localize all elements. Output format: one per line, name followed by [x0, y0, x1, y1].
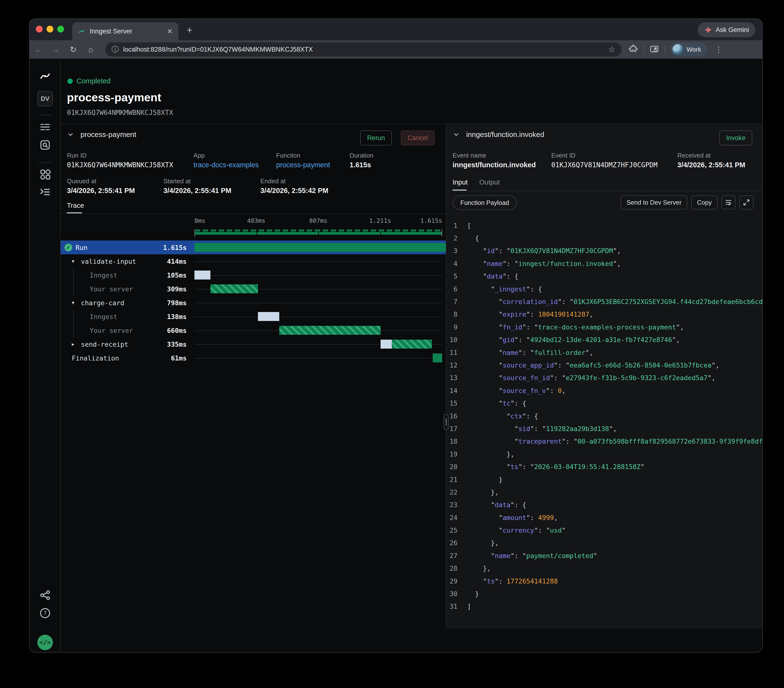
minimize-window-button[interactable]	[46, 26, 53, 33]
trace-row-label: send-receipt	[81, 341, 128, 348]
timeline-minimap[interactable]	[194, 229, 442, 237]
trace-row[interactable]: ▾validate-input414ms	[61, 254, 446, 268]
page-run-id: 01KJX6Q7W64NMKMWBNKCJ58XTX	[67, 109, 173, 117]
line-content: "ts": "2026-03-04T19:55:41.288158Z"	[467, 463, 763, 471]
back-icon[interactable]: ←	[30, 45, 47, 54]
browser-menu-icon[interactable]: ⋮	[712, 45, 725, 54]
status-label: Completed	[77, 77, 110, 85]
gemini-sparkle-icon	[704, 26, 712, 34]
apps-grid-icon	[39, 168, 51, 181]
trace-row[interactable]: ▸send-receipt335ms	[61, 337, 446, 351]
timeline-axis: 0ms 403ms 807ms 1.211s 1.615s	[61, 217, 446, 226]
sidebar-inngest-logo[interactable]	[30, 70, 61, 82]
code-line: 6 "_inngest": {	[446, 283, 763, 295]
app-link[interactable]: trace-docs-examples	[193, 161, 259, 169]
code-line: 21 }	[446, 473, 763, 486]
line-number: 17	[446, 425, 467, 433]
trace-row[interactable]: Inngest105ms	[61, 268, 446, 282]
code-line: 2 {	[446, 232, 763, 244]
span-bar	[433, 354, 442, 362]
line-content: ]	[467, 602, 763, 610]
event-id-label: Event ID	[551, 152, 575, 159]
traffic-lights[interactable]	[36, 26, 64, 33]
address-bar[interactable]: ⓘ localhost:8288/run?runID=01KJX6Q7W64NM…	[105, 43, 622, 56]
line-content: }	[467, 476, 763, 483]
share-icon	[39, 589, 51, 601]
ask-gemini-label: Ask Gemini	[716, 26, 749, 34]
span-bar	[279, 326, 380, 335]
trace-row[interactable]: Finalization61ms	[61, 351, 446, 365]
line-number: 21	[446, 476, 467, 483]
line-number: 6	[446, 285, 467, 293]
panel-resize-handle[interactable]	[444, 414, 448, 430]
ask-gemini-button[interactable]: Ask Gemini	[698, 22, 755, 37]
trace-row[interactable]: Your server309ms	[61, 282, 446, 296]
line-content: "correlation_id": "01KJX6P53EB6C2752XGSE…	[467, 298, 763, 305]
chevron-down-icon[interactable]	[67, 131, 74, 138]
line-content: "data": {	[467, 273, 763, 280]
send-to-dev-server-button[interactable]: Send to Dev Server	[621, 196, 687, 209]
browser-window: Inngest Server ✕ + Ask Gemini ← → ↻ ⌂ ⓘ …	[29, 18, 763, 653]
chevron-down-icon[interactable]: ▾	[72, 300, 74, 306]
zoom-window-button[interactable]	[57, 26, 64, 33]
sidebar-env-badge[interactable]: DV	[30, 91, 61, 107]
url-text[interactable]: localhost:8288/run?runID=01KJX6Q7W64NMKM…	[123, 46, 604, 53]
line-content: "ctx": {	[467, 412, 763, 420]
site-info-icon[interactable]: ⓘ	[112, 44, 119, 54]
home-icon[interactable]: ⌂	[82, 45, 99, 54]
trace-row[interactable]: Your server660ms	[61, 323, 446, 337]
profile-button[interactable]: Work	[670, 43, 707, 56]
line-number: 31	[446, 602, 467, 610]
chevron-down-icon[interactable]: ▾	[72, 258, 74, 265]
cancel-button[interactable]: Cancel	[401, 130, 435, 145]
dev-tools-button[interactable]: </>	[30, 635, 61, 650]
sidebar-divider	[38, 163, 52, 163]
code-line: 13 "source_fn_id": "e27943fe-f31b-5c9b-9…	[446, 372, 763, 384]
sidebar-item-apps[interactable]	[30, 168, 61, 181]
chevron-down-icon[interactable]	[453, 131, 460, 138]
word-wrap-button[interactable]	[721, 196, 736, 209]
trace-row[interactable]: Inngest138ms	[61, 309, 446, 323]
code-line: 4 "name": "inngest/function.invoked",	[446, 257, 763, 270]
avatar	[672, 44, 683, 55]
sidebar-item-share[interactable]	[30, 589, 61, 601]
function-payload-button[interactable]: Function Payload	[453, 196, 517, 210]
chevron-right-icon[interactable]: ▸	[72, 341, 74, 347]
forward-icon[interactable]: →	[47, 45, 64, 54]
function-link[interactable]: process-payment	[276, 161, 330, 169]
trace-row-duration: 335ms	[167, 341, 187, 348]
sidebar-item-search[interactable]	[30, 139, 61, 151]
close-window-button[interactable]	[36, 26, 43, 33]
trace-title: process-payment	[81, 130, 136, 139]
line-content: "amount": 4999,	[467, 514, 763, 522]
env-badge-label: DV	[37, 91, 53, 107]
sidebar-item-help[interactable]: ?	[30, 607, 61, 619]
line-content: "tc": {	[467, 400, 763, 407]
sidebar-item-terminal[interactable]	[30, 186, 61, 198]
line-content: [	[467, 222, 763, 229]
line-number: 22	[446, 489, 467, 496]
trace-panel: process-payment Rerun Cancel Run ID App …	[61, 125, 446, 652]
new-tab-button[interactable]: +	[187, 25, 192, 36]
trace-row-bars	[194, 296, 442, 309]
sidebar-item-runs[interactable]	[30, 121, 61, 133]
browser-tab[interactable]: Inngest Server ✕	[72, 22, 178, 40]
trace-row[interactable]: ▾charge-card798ms	[61, 296, 446, 309]
rerun-button[interactable]: Rerun	[360, 130, 392, 145]
code-line: 31]	[446, 600, 763, 613]
close-tab-icon[interactable]: ✕	[167, 27, 173, 35]
reading-mode-icon[interactable]	[649, 44, 659, 54]
tab-input[interactable]: Input	[453, 178, 468, 191]
expand-button[interactable]	[740, 196, 753, 209]
copy-button[interactable]: Copy	[691, 196, 718, 209]
extensions-puzzle-icon[interactable]	[628, 44, 638, 54]
reload-icon[interactable]: ↻	[64, 45, 82, 54]
tab-output[interactable]: Output	[479, 178, 500, 191]
tab-trace[interactable]: Trace	[67, 202, 84, 209]
code-editor[interactable]: 1[2 {3 "id": "01KJX6Q7V81N4DMZ7HFJ0CGPDM…	[446, 219, 763, 629]
bookmark-star-icon[interactable]: ☆	[608, 45, 615, 54]
payload-toolbar: Function Payload Send to Dev Server Copy	[446, 196, 763, 211]
trace-row[interactable]: ✓Run1.615s	[61, 240, 446, 254]
minimap-tick	[257, 232, 257, 235]
invoke-button[interactable]: Invoke	[719, 130, 752, 145]
